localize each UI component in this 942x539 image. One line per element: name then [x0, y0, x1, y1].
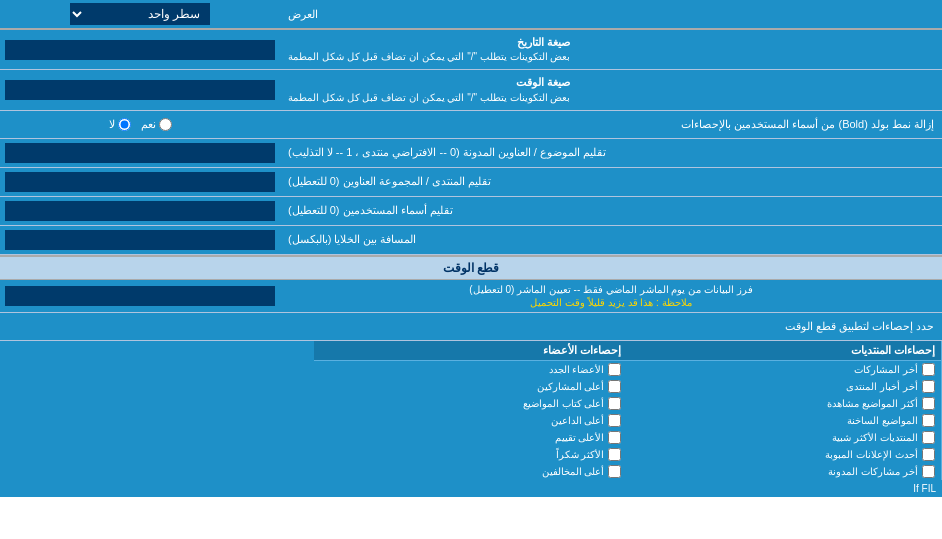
usernames-trim-input-wrapper: 0 [0, 197, 280, 225]
time-cut-row: فرز البيانات من يوم الماشر الماضي فقط --… [0, 280, 942, 313]
bold-remove-no[interactable]: لا [109, 118, 131, 131]
cb-most-thanks[interactable] [608, 448, 621, 461]
cb-item-4: المنتديات الأكثر شبية [627, 429, 941, 446]
bold-remove-no-radio[interactable] [118, 118, 131, 131]
cells-distance-input-wrapper: 2 [0, 226, 280, 254]
forum-order-input-wrapper: 33 [0, 168, 280, 196]
usernames-trim-row: تقليم أسماء المستخدمين (0 للتعطيل) 0 [0, 197, 942, 226]
cb-item-2: أكثر المواضيع مشاهدة [627, 395, 941, 412]
cells-distance-input[interactable]: 2 [5, 230, 275, 250]
cb-similar-forums[interactable] [922, 431, 935, 444]
cb-new-members[interactable] [608, 363, 621, 376]
cb-top-violators[interactable] [608, 465, 621, 478]
forum-stats-col: إحصاءات المنتديات أخر المشاركات أخر أخبا… [627, 341, 942, 480]
topics-order-row: تقليم الموضوع / العناوين المدونة (0 -- ا… [0, 139, 942, 168]
checkboxes-section: إحصاءات المنتديات أخر المشاركات أخر أخبا… [0, 341, 942, 480]
bold-remove-row: إزالة نمط بولد (Bold) من أسماء المستخدمي… [0, 111, 942, 139]
cb-hot-topics[interactable] [922, 414, 935, 427]
bold-remove-options: نعم لا [0, 118, 280, 131]
main-container: العرض سطر واحدسطرينثلاثة أسطر صيغة التار… [0, 0, 942, 497]
cells-distance-label: المسافة بين الخلايا (بالبكسل) [280, 226, 942, 254]
statistics-limit-row: حدد إحصاءات لتطبيق قطع الوقت [0, 313, 942, 341]
member-stats-col: إحصاءات الأعضاء الأعضاء الجدد أعلى المشا… [314, 341, 628, 480]
cb-top-inviters[interactable] [608, 414, 621, 427]
usernames-trim-input[interactable]: 0 [5, 201, 275, 221]
topics-order-label: تقليم الموضوع / العناوين المدونة (0 -- ا… [280, 139, 942, 167]
time-format-row: صيغة الوقت بعض التكوينات يتطلب "/" التي … [0, 70, 942, 110]
date-format-input-wrapper: d-m [0, 30, 280, 69]
date-format-row: صيغة التاريخ بعض التكوينات يتطلب "/" الت… [0, 30, 942, 70]
date-format-label: صيغة التاريخ بعض التكوينات يتطلب "/" الت… [280, 30, 942, 69]
cb-m-item-3: أعلى الداعين [314, 412, 628, 429]
header-row: العرض سطر واحدسطرينثلاثة أسطر [0, 0, 942, 30]
cb-top-posters[interactable] [608, 380, 621, 393]
bold-remove-yes-radio[interactable] [159, 118, 172, 131]
time-format-input[interactable]: H:i [5, 80, 275, 100]
cb-latest-ads[interactable] [922, 448, 935, 461]
time-cut-header: قطع الوقت [0, 255, 942, 280]
cb-m-item-1: أعلى المشاركين [314, 378, 628, 395]
statistics-limit-label: حدد إحصاءات لتطبيق قطع الوقت [0, 316, 942, 337]
forum-order-input[interactable]: 33 [5, 172, 275, 192]
time-cut-input[interactable]: 0 [5, 286, 275, 306]
cb-top-rated[interactable] [608, 431, 621, 444]
cb-m-item-6: أعلى المخالفين [314, 463, 628, 480]
cb-last-posts[interactable] [922, 363, 935, 376]
forum-stats-header: إحصاءات المنتديات [627, 341, 941, 361]
cb-m-item-0: الأعضاء الجدد [314, 361, 628, 378]
cb-last-news[interactable] [922, 380, 935, 393]
cb-most-viewed[interactable] [922, 397, 935, 410]
cb-m-item-4: الأعلى تقييم [314, 429, 628, 446]
forum-order-row: تقليم المنتدى / المجموعة العناوين (0 للت… [0, 168, 942, 197]
cb-item-6: أخر مشاركات المدونة [627, 463, 941, 480]
forum-order-label: تقليم المنتدى / المجموعة العناوين (0 للت… [280, 168, 942, 196]
date-format-input[interactable]: d-m [5, 40, 275, 60]
member-stats-header: إحصاءات الأعضاء [314, 341, 628, 361]
cb-m-item-2: أعلى كتاب المواضيع [314, 395, 628, 412]
header-label: العرض [280, 0, 942, 28]
cb-item-5: أحدث الإعلانات المبوبة [627, 446, 941, 463]
header-select-wrapper: سطر واحدسطرينثلاثة أسطر [0, 0, 280, 28]
cb-blog-posts[interactable] [922, 465, 935, 478]
usernames-trim-label: تقليم أسماء المستخدمين (0 للتعطيل) [280, 197, 942, 225]
time-cut-label: فرز البيانات من يوم الماشر الماضي فقط --… [280, 280, 942, 312]
bold-remove-label: إزالة نمط بولد (Bold) من أسماء المستخدمي… [280, 113, 942, 136]
topics-order-input[interactable]: 33 [5, 143, 275, 163]
topics-order-input-wrapper: 33 [0, 139, 280, 167]
time-format-label: صيغة الوقت بعض التكوينات يتطلب "/" التي … [280, 70, 942, 109]
cells-distance-row: المسافة بين الخلايا (بالبكسل) 2 [0, 226, 942, 255]
cb-top-topic-writers[interactable] [608, 397, 621, 410]
display-select[interactable]: سطر واحدسطرينثلاثة أسطر [70, 3, 210, 25]
empty-right-col [0, 341, 314, 480]
time-format-input-wrapper: H:i [0, 70, 280, 109]
time-cut-input-wrapper: 0 [0, 280, 280, 312]
bold-remove-yes[interactable]: نعم [141, 118, 172, 131]
cb-item-3: المواضيع الساخنة [627, 412, 941, 429]
cb-m-item-5: الأكثر شكراً [314, 446, 628, 463]
bottom-text: If FIL [0, 480, 942, 497]
cb-item-1: أخر أخبار المنتدى [627, 378, 941, 395]
cb-item-0: أخر المشاركات [627, 361, 941, 378]
